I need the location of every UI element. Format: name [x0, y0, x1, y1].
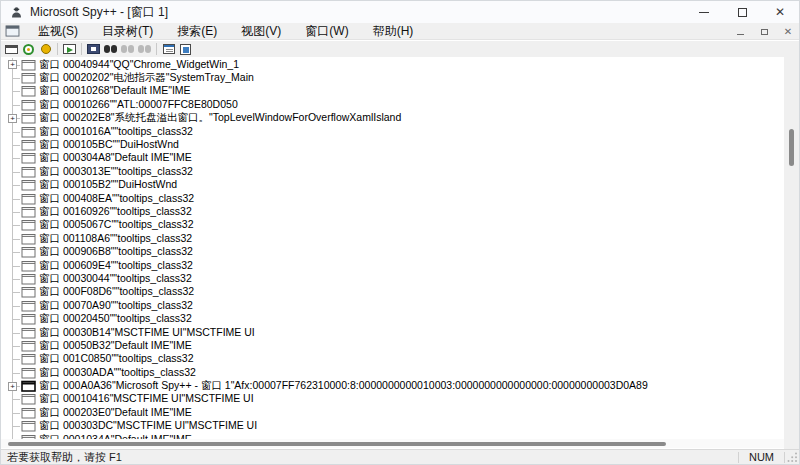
- expand-toggle-icon[interactable]: +: [8, 60, 17, 69]
- refresh-button[interactable]: [177, 42, 194, 57]
- tree-row[interactable]: + 窗口 00020450""tooltips_class32: [3, 312, 783, 325]
- tree-row[interactable]: + 窗口 00030ADA""tooltips_class32: [3, 366, 783, 379]
- search-button[interactable]: [102, 42, 119, 57]
- window-title: Microsoft Spy++ - [窗口 1]: [30, 4, 168, 21]
- mdi-minimize-button[interactable]: [733, 25, 747, 38]
- tree-row[interactable]: + 窗口 000202E8"系统托盘溢出窗口。"TopLevelWindowFo…: [3, 112, 783, 125]
- tree-row[interactable]: + 窗口 000105BC""DuiHostWnd: [3, 138, 783, 151]
- vertical-scrollbar-thumb[interactable]: [789, 129, 794, 166]
- menubar: 监视(S)目录树(T)搜索(E)视图(V)窗口(W)帮助(H) ✕: [1, 23, 799, 40]
- window-icon: [21, 367, 36, 379]
- menu-item-search[interactable]: 搜索(E): [165, 23, 229, 40]
- horizontal-scrollbar[interactable]: [1, 439, 784, 448]
- tree-row-label: 窗口 00010266""ATL:00007FFC8E80D050: [39, 98, 238, 112]
- tree-connector: +: [3, 259, 21, 272]
- tree-row[interactable]: + 窗口 000A0A36"Microsoft Spy++ - 窗口 1"Afx…: [3, 379, 783, 392]
- tree-row[interactable]: + 窗口 00020202"电池指示器"SystemTray_Main: [3, 71, 783, 84]
- tree-connector: +: [3, 353, 21, 366]
- tree-connector: +: [3, 219, 21, 232]
- minimize-button[interactable]: [685, 1, 723, 23]
- mdi-restore-icon: [761, 29, 768, 35]
- windows-view-icon: [5, 45, 18, 54]
- horizontal-scrollbar-thumb[interactable]: [8, 442, 666, 446]
- tree-row-label: 窗口 001108A6""tooltips_class32: [39, 232, 192, 246]
- tree-row-label: 窗口 000F08D6""tooltips_class32: [39, 285, 194, 299]
- resize-grip-icon[interactable]: [786, 451, 798, 463]
- tree-row-label: 窗口 000105B2""DuiHostWnd: [39, 178, 177, 192]
- tree-row-label: 窗口 00010268"Default IME"IME: [39, 84, 191, 98]
- tree-row[interactable]: + 窗口 000906B8""tooltips_class32: [3, 245, 783, 258]
- tree-connector: +: [3, 326, 21, 339]
- tree-row[interactable]: + 窗口 000609E4""tooltips_class32: [3, 259, 783, 272]
- tree-row[interactable]: + 窗口 000203E0"Default IME"IME: [3, 406, 783, 419]
- tree-row[interactable]: + 窗口 00030044""tooltips_class32: [3, 272, 783, 285]
- maximize-button[interactable]: [723, 1, 761, 23]
- tree-row[interactable]: + 窗口 001108A6""tooltips_class32: [3, 232, 783, 245]
- window-icon: [21, 393, 36, 405]
- tree-row[interactable]: + 窗口 00030B14"MSCTFIME UI"MSCTFIME UI: [3, 326, 783, 339]
- window-icon: [21, 353, 36, 365]
- tree-row-label: 窗口 00160926""tooltips_class32: [39, 205, 192, 219]
- messages-view-button[interactable]: [61, 42, 78, 57]
- menu-item-tree[interactable]: 目录树(T): [90, 23, 165, 40]
- window-icon: [21, 407, 36, 419]
- window-icon: [21, 273, 36, 285]
- window-icon: [21, 112, 36, 124]
- toolbar-separator: [57, 43, 58, 55]
- spy-person-icon: [10, 6, 23, 19]
- tree-row[interactable]: + 窗口 00070A90""tooltips_class32: [3, 299, 783, 312]
- expand-toggle-icon[interactable]: +: [8, 382, 17, 391]
- tree-row[interactable]: + 窗口 00010416"MSCTFIME UI"MSCTFIME UI: [3, 393, 783, 406]
- vertical-scrollbar[interactable]: [784, 57, 799, 449]
- tree-row[interactable]: + 窗口 000F08D6""tooltips_class32: [3, 286, 783, 299]
- tree-row-label: 窗口 001C0850""tooltips_class32: [39, 352, 194, 366]
- processes-view-button[interactable]: [20, 42, 37, 57]
- tree-row[interactable]: + 窗口 000304A8"Default IME"IME: [3, 152, 783, 165]
- processes-view-icon: [23, 44, 34, 55]
- tree-row[interactable]: + 窗口 0003013E""tooltips_class32: [3, 165, 783, 178]
- windows-view-button[interactable]: [3, 42, 20, 57]
- tree-row[interactable]: + 窗口 000303DC"MSCTFIME UI"MSCTFIME UI: [3, 420, 783, 433]
- tree-connector: +: [3, 286, 21, 299]
- window-icon: [21, 85, 36, 97]
- tree-row[interactable]: + 窗口 000408EA""tooltips_class32: [3, 192, 783, 205]
- tree-row[interactable]: + 窗口 00010268"Default IME"IME: [3, 85, 783, 98]
- tree-row-label: 窗口 000303DC"MSCTFIME UI"MSCTFIME UI: [39, 419, 257, 433]
- toolbar: [1, 41, 799, 57]
- window-icon: [21, 126, 36, 138]
- close-button[interactable]: ✕: [761, 1, 799, 23]
- tree-row-label: 窗口 0001016A""tooltips_class32: [39, 125, 193, 139]
- tree-row[interactable]: + 窗口 00050B32"Default IME"IME: [3, 339, 783, 352]
- titlebar: Microsoft Spy++ - [窗口 1] ✕: [1, 1, 799, 23]
- window-icon: [21, 340, 36, 352]
- mdi-child-window-icon[interactable]: [5, 25, 20, 37]
- find-window-button[interactable]: [85, 42, 102, 57]
- tree-row[interactable]: + 窗口 0001016A""tooltips_class32: [3, 125, 783, 138]
- menu-item-window[interactable]: 窗口(W): [293, 23, 360, 40]
- tree-connector: +: [3, 232, 21, 245]
- expand-toggle-icon[interactable]: +: [8, 114, 17, 123]
- mdi-close-button[interactable]: ✕: [781, 25, 795, 38]
- mdi-restore-button[interactable]: [757, 25, 771, 38]
- search-prev-button[interactable]: [119, 42, 136, 57]
- threads-view-button[interactable]: [37, 42, 54, 57]
- tree-row[interactable]: + 窗口 0005067C""tooltips_class32: [3, 219, 783, 232]
- tree-row[interactable]: + 窗口 00010266""ATL:00007FFC8E80D050: [3, 98, 783, 111]
- tree-row[interactable]: + 窗口 001C0850""tooltips_class32: [3, 353, 783, 366]
- tree-row-label: 窗口 00030B14"MSCTFIME UI"MSCTFIME UI: [39, 326, 255, 340]
- window-icon: [21, 233, 36, 245]
- menu-item-help[interactable]: 帮助(H): [361, 23, 426, 40]
- search-next-button[interactable]: [136, 42, 153, 57]
- tree-connector: +: [3, 299, 21, 312]
- tree-row[interactable]: + 窗口 000105B2""DuiHostWnd: [3, 179, 783, 192]
- tree-connector: +: [3, 138, 21, 151]
- tree-row[interactable]: + 窗口 00040944"QQ"Chrome_WidgetWin_1: [3, 58, 783, 71]
- tree-row-label: 窗口 00030ADA""tooltips_class32: [39, 366, 196, 380]
- tree-row[interactable]: + 窗口 00160926""tooltips_class32: [3, 205, 783, 218]
- tree-row-label: 窗口 00030044""tooltips_class32: [39, 272, 192, 286]
- menu-item-spy[interactable]: 监视(S): [26, 23, 90, 40]
- window-icon: [21, 327, 36, 339]
- properties-button[interactable]: [160, 42, 177, 57]
- menu-item-view[interactable]: 视图(V): [229, 23, 293, 40]
- window-icon: [21, 166, 36, 178]
